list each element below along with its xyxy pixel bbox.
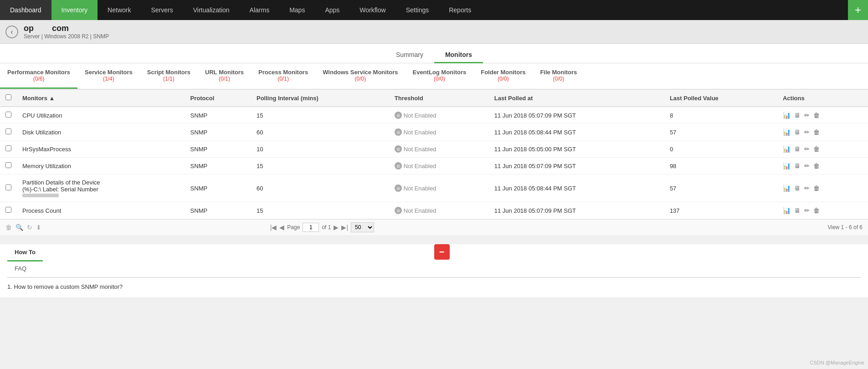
monitor-icon[interactable]: 🖥 — [794, 162, 801, 169]
not-enabled-icon: ⊘ — [395, 207, 402, 214]
delete-icon[interactable]: 🗑 — [813, 184, 820, 192]
monitor-icon[interactable]: 🖥 — [794, 145, 801, 153]
device-meta: Server | Windows 2008 R2 | SNMP — [24, 33, 109, 40]
chart-icon[interactable]: 📊 — [783, 112, 791, 119]
edit-icon[interactable]: ✏ — [804, 184, 810, 192]
nav-item-inventory[interactable]: Inventory — [51, 0, 98, 20]
per-page-select[interactable]: 50 25 100 — [351, 222, 374, 232]
last-polled-at-cell: 11 Jun 2018 05:08:44 PM SGT — [489, 124, 664, 141]
monitor-icon[interactable]: 🖥 — [794, 207, 801, 214]
monitor-tab-folder-monitors[interactable]: Folder Monitors(0/0) — [473, 63, 533, 89]
page-tab-summary[interactable]: Summary — [385, 47, 434, 63]
red-minus-button[interactable]: − — [434, 244, 450, 260]
page-tabs: SummaryMonitors — [0, 44, 868, 63]
delete-icon[interactable]: 🗑 — [813, 145, 820, 153]
monitor-tab-url-monitors[interactable]: URL Monitors(0/1) — [198, 63, 251, 89]
not-enabled-icon: ⊘ — [395, 112, 402, 119]
nav-item-maps[interactable]: Maps — [279, 0, 315, 20]
last-polled-value-cell: 57 — [664, 174, 777, 202]
table-row: HrSysMaxProcessSNMP10⊘ Not Enabled11 Jun… — [0, 141, 868, 158]
row-checkbox[interactable] — [5, 112, 11, 118]
monitor-tab-eventlog-monitors[interactable]: EventLog Monitors(0/0) — [405, 63, 473, 89]
monitor-tab-service-monitors[interactable]: Service Monitors(1/4) — [77, 63, 140, 89]
refresh-footer-icon[interactable]: ↻ — [27, 224, 32, 231]
chart-icon[interactable]: 📊 — [783, 207, 791, 214]
edit-icon[interactable]: ✏ — [804, 128, 810, 136]
delete-footer-icon[interactable]: 🗑 — [5, 224, 12, 231]
mini-progress-bar — [22, 194, 59, 197]
monitor-tab-file-monitors[interactable]: File Monitors(0/0) — [533, 63, 584, 89]
monitor-name-cell: Disk Utilization — [17, 124, 185, 141]
breadcrumb-bar: ‹ op com Server | Windows 2008 R2 | SNMP — [0, 20, 868, 44]
row-checkbox[interactable] — [5, 128, 11, 134]
page-tab-monitors[interactable]: Monitors — [434, 47, 483, 63]
next-page-button[interactable]: ▶ — [334, 224, 339, 231]
monitor-tab-performance-monitors[interactable]: Performance Monitors(0/6) — [0, 63, 77, 89]
threshold-cell: ⊘ Not Enabled — [389, 124, 489, 141]
search-footer-icon[interactable]: 🔍 — [15, 224, 23, 231]
delete-icon[interactable]: 🗑 — [813, 162, 820, 169]
nav-item-network[interactable]: Network — [98, 0, 141, 20]
threshold-cell: ⊘ Not Enabled — [389, 141, 489, 158]
row-checkbox-cell — [0, 158, 17, 174]
not-enabled-icon: ⊘ — [395, 184, 402, 192]
bottom-tab-how-to[interactable]: How To — [7, 244, 43, 261]
table-row: Memory UtilizationSNMP15⊘ Not Enabled11 … — [0, 158, 868, 174]
nav-item-virtualization[interactable]: Virtualization — [183, 0, 240, 20]
last-polled-at-cell: 11 Jun 2018 05:05:00 PM SGT — [489, 141, 664, 158]
monitor-tab-label: Script Monitors — [147, 69, 190, 76]
monitor-tab-windows-service-monitors[interactable]: Windows Service Monitors(0/0) — [315, 63, 405, 89]
monitor-tab-process-monitors[interactable]: Process Monitors(0/1) — [251, 63, 315, 89]
chart-icon[interactable]: 📊 — [783, 184, 791, 192]
select-all-checkbox[interactable] — [5, 94, 11, 100]
monitor-tab-label: URL Monitors — [205, 69, 244, 76]
nav-item-workflow[interactable]: Workflow — [349, 0, 395, 20]
edit-icon[interactable]: ✏ — [804, 112, 810, 119]
monitor-icon[interactable]: 🖥 — [794, 112, 801, 119]
device-info: op com Server | Windows 2008 R2 | SNMP — [24, 24, 109, 40]
download-footer-icon[interactable]: ⬇ — [36, 224, 41, 231]
back-button[interactable]: ‹ — [5, 26, 18, 38]
delete-icon[interactable]: 🗑 — [813, 207, 820, 214]
last-polled-value-cell: 8 — [664, 107, 777, 124]
content-area: Monitors ▲ Protocol Polling Interval (mi… — [0, 90, 868, 235]
polling-interval-cell: 60 — [251, 124, 389, 141]
protocol-cell: SNMP — [185, 107, 251, 124]
add-button[interactable]: + — [848, 0, 868, 20]
chart-icon[interactable]: 📊 — [783, 145, 791, 153]
page-number-input[interactable] — [303, 223, 319, 232]
row-checkbox[interactable] — [5, 207, 11, 213]
monitor-tab-count: (0/0) — [481, 76, 525, 82]
how-to-content: 1. How to remove a custom SNMP monitor? — [7, 283, 861, 290]
nav-item-servers[interactable]: Servers — [141, 0, 183, 20]
last-page-button[interactable]: ▶| — [341, 224, 348, 231]
nav-item-settings[interactable]: Settings — [396, 0, 439, 20]
monitor-tab-script-monitors[interactable]: Script Monitors(1/1) — [140, 63, 198, 89]
nav-item-reports[interactable]: Reports — [439, 0, 481, 20]
nav-item-alarms[interactable]: Alarms — [240, 0, 280, 20]
chart-icon[interactable]: 📊 — [783, 162, 791, 169]
last-polled-value-cell: 98 — [664, 158, 777, 174]
first-page-button[interactable]: |◀ — [270, 224, 277, 231]
chart-icon[interactable]: 📊 — [783, 128, 791, 136]
delete-icon[interactable]: 🗑 — [813, 128, 820, 136]
edit-icon[interactable]: ✏ — [804, 162, 810, 169]
monitor-tab-count: (0/0) — [323, 76, 398, 82]
monitor-icon[interactable]: 🖥 — [794, 184, 801, 192]
monitor-name-cell: Process Count — [17, 202, 185, 219]
monitor-name-cell: Partition Details of the Device(%)-C:\ L… — [17, 174, 185, 202]
row-checkbox[interactable] — [5, 162, 11, 168]
not-enabled-icon: ⊘ — [395, 128, 402, 136]
nav-item-apps[interactable]: Apps — [315, 0, 349, 20]
edit-icon[interactable]: ✏ — [804, 207, 810, 214]
row-checkbox[interactable] — [5, 184, 11, 190]
table-header-row: Monitors ▲ Protocol Polling Interval (mi… — [0, 90, 868, 107]
prev-page-button[interactable]: ◀ — [279, 224, 284, 231]
monitor-icon[interactable]: 🖥 — [794, 128, 801, 136]
edit-icon[interactable]: ✏ — [804, 145, 810, 153]
bottom-tab-faq[interactable]: FAQ — [7, 261, 43, 278]
row-checkbox[interactable] — [5, 145, 11, 151]
action-icons: 📊 🖥 ✏ 🗑 — [783, 128, 863, 136]
nav-item-dashboard[interactable]: Dashboard — [0, 0, 51, 20]
delete-icon[interactable]: 🗑 — [813, 112, 820, 119]
